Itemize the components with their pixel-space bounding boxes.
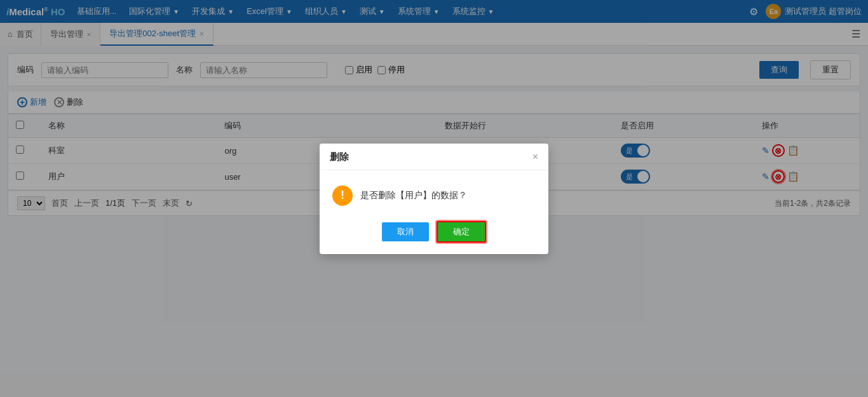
confirm-button[interactable]: 确定: [437, 221, 486, 243]
modal-body: ! 是否删除【用户】的数据？: [320, 170, 548, 216]
modal-title: 删除: [330, 151, 349, 163]
modal-overlay: 删除 × ! 是否删除【用户】的数据？ 取消 确定: [0, 0, 868, 374]
modal-header: 删除 ×: [320, 144, 548, 170]
modal-footer: 取消 确定: [320, 216, 548, 254]
warning-icon: !: [332, 185, 353, 206]
modal-message: 是否删除【用户】的数据？: [360, 190, 467, 201]
modal-close-icon[interactable]: ×: [532, 151, 538, 163]
cancel-button[interactable]: 取消: [382, 222, 429, 241]
main-content: 编码 名称 启用 停用 查询 重置 + 新增 ✕ 删除: [0, 46, 868, 374]
delete-modal: 删除 × ! 是否删除【用户】的数据？ 取消 确定: [320, 144, 548, 254]
